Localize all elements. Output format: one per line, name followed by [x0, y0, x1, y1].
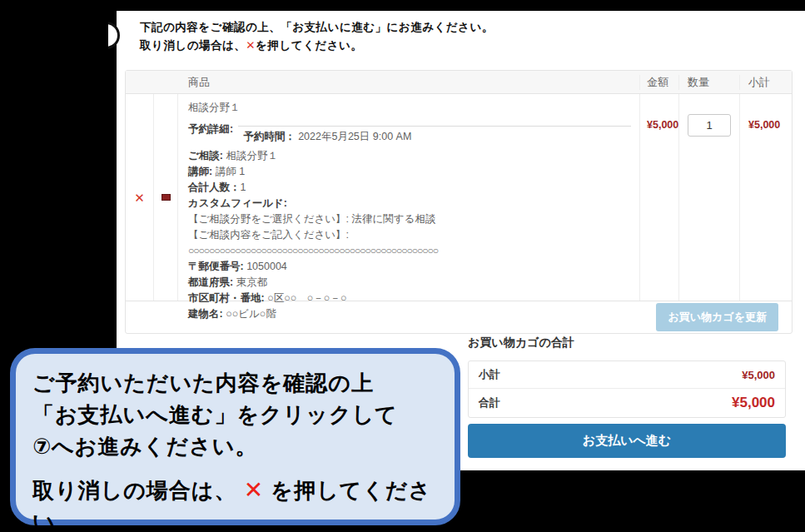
- callout-line-2: 「お支払いへ進む」をクリックして: [32, 399, 445, 430]
- total-label: 合計: [479, 395, 500, 410]
- product-thumbnail[interactable]: [161, 194, 171, 201]
- header-product: 商品: [178, 75, 640, 90]
- remove-x-reference-big: ✕: [244, 477, 264, 503]
- people-count-field: 合計人数：1: [188, 180, 631, 196]
- remove-x-reference: ✕: [246, 39, 256, 52]
- product-cell: 相談分野１ 予約詳細: 予約時間： 2022年5月25日 9:00 AM ご相談…: [178, 94, 640, 301]
- city-field: 市区町村・番地: ○区○○ ○－○－○: [188, 291, 631, 306]
- instruction-line-2: 取り消しの場合は、✕を押してください。: [140, 37, 494, 55]
- cart-item-row: ✕ 相談分野１ 予約詳細: 予約時間： 2022年5月25日 9:00 AM ご…: [126, 94, 792, 301]
- top-instructions: 下記の内容をご確認の上、「お支払いに進む」にお進みください。 取り消しの場合は、…: [140, 18, 494, 55]
- proceed-to-payment-button[interactable]: お支払いへ進む: [468, 424, 786, 458]
- screenshot-canvas: 下記の内容をご確認の上、「お支払いに進む」にお進みください。 取り消しの場合は、…: [0, 0, 805, 532]
- remove-item-icon[interactable]: ✕: [134, 191, 145, 204]
- header-price: 金額: [640, 75, 679, 90]
- price-cell: ¥5,000: [640, 94, 679, 301]
- cart-table: 商品 金額 数量 小計 ✕ 相談分野１ 予約詳細: 予約時間：: [125, 70, 793, 334]
- quantity-input[interactable]: [688, 114, 731, 137]
- quantity-cell: [679, 94, 740, 301]
- item-subtotal: ¥5,000: [748, 119, 780, 131]
- subtotal-cell: ¥5,000: [740, 94, 792, 301]
- item-price: ¥5,000: [647, 119, 678, 131]
- consult-content-placeholder: ○○○○○○○○○○○○○○○○○○○○○○○○○○○○○○○○○○○○○○○○…: [188, 243, 631, 259]
- booking-details: 予約詳細: 予約時間： 2022年5月25日 9:00 AM: [188, 121, 631, 147]
- booking-time-value: 2022年5月25日 9:00 AM: [298, 131, 411, 142]
- total-row: 合計 ¥5,000: [469, 388, 785, 417]
- product-name-link[interactable]: 相談分野１: [188, 101, 631, 115]
- subtotal-value: ¥5,000: [742, 369, 775, 381]
- consult-category-field: 【ご相談分野をご選択ください】: 法律に関する相談: [188, 211, 631, 227]
- annotation-callout: ご予約いただいた内容を確認の上 「お支払いへ進む」をクリックして ⑦へお進みくだ…: [10, 348, 460, 525]
- thumbnail-cell: [154, 94, 178, 301]
- header-quantity: 数量: [679, 75, 740, 90]
- header-subtotal: 小計: [740, 75, 792, 90]
- update-cart-button[interactable]: お買い物カゴを更新: [656, 303, 778, 331]
- prefecture-field: 都道府県: 東京都: [188, 275, 631, 291]
- instruction-line-1: 下記の内容をご確認の上、「お支払いに進む」にお進みください。: [140, 18, 494, 37]
- callout-line-1: ご予約いただいた内容を確認の上: [32, 367, 445, 399]
- callout-line-3: ⑦へお進みください。: [32, 430, 445, 462]
- booking-time-label: 予約時間：: [243, 131, 296, 142]
- cart-totals-box: 小計 ¥5,000 合計 ¥5,000: [468, 360, 786, 418]
- consult-content-label: 【ご相談内容をご記入ください】:: [188, 227, 631, 243]
- booking-time-box: 予約時間： 2022年5月25日 9:00 AM: [238, 126, 631, 147]
- callout-line-4: 取り消しの場合は、 ✕ を押してください: [32, 475, 445, 532]
- custom-fields-label: カスタムフィールド:: [188, 196, 631, 211]
- building-field: 建物名: ○○ビル○階: [188, 306, 631, 322]
- subtotal-row: 小計 ¥5,000: [469, 361, 785, 388]
- consult-field: ご相談: 相談分野１: [188, 148, 631, 164]
- lecturer-field: 講師: 講師 1: [188, 164, 631, 180]
- total-value: ¥5,000: [732, 395, 775, 411]
- zip-field: 〒郵便番号: 1050004: [188, 259, 631, 275]
- cart-table-header: 商品 金額 数量 小計: [126, 71, 792, 94]
- booking-details-label: 予約詳細:: [188, 121, 233, 137]
- remove-item-cell: ✕: [126, 94, 154, 301]
- cart-totals-title: お買い物カゴの合計: [468, 336, 574, 351]
- partial-step-circle: [92, 22, 120, 49]
- subtotal-label: 小計: [479, 367, 500, 382]
